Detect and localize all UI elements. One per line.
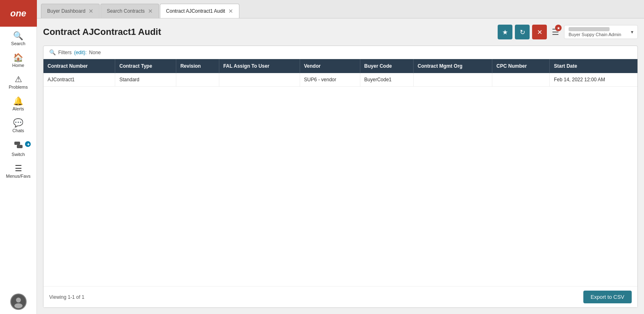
header-right: ★ ↻ ✕ ☰ ★ xyxy=(498,25,638,39)
bell-icon: 🔔 xyxy=(13,97,23,105)
refresh-icon: ↻ xyxy=(520,28,525,36)
notification-area: ☰ ★ xyxy=(552,27,559,37)
sidebar-item-home[interactable]: 🏠 Home xyxy=(0,48,36,70)
user-avatar xyxy=(10,293,27,310)
table-footer: Viewing 1-1 of 1 Export to CSV xyxy=(43,286,637,307)
filters-bar: 🔍 Filters (edit): None xyxy=(43,46,637,59)
filter-icon: 🔍 xyxy=(49,49,56,55)
cell-revision xyxy=(176,73,219,87)
table-body: AJContract1StandardSUP6 - vendorBuyerCod… xyxy=(43,73,637,87)
page-header: Contract AJContract1 Audit ★ ↻ ✕ ☰ xyxy=(43,25,638,39)
star-icon: ★ xyxy=(502,28,508,36)
cell-buyer_code: BuyerCode1 xyxy=(360,73,413,87)
close-icon: ✕ xyxy=(537,28,542,36)
col-buyer-code: Buyer Code xyxy=(360,59,413,73)
sidebar-label-switch: Switch xyxy=(11,152,25,157)
user-info: Buyer Suppy Chain Admin xyxy=(569,27,621,37)
cell-contract_mgmt_org xyxy=(413,73,492,87)
cell-start_date: Feb 14, 2022 12:00 AM xyxy=(550,73,637,87)
col-vendor: Vendor xyxy=(300,59,360,73)
col-revision: Revision xyxy=(176,59,219,73)
refresh-button[interactable]: ↻ xyxy=(515,25,530,39)
sidebar-label-search: Search xyxy=(11,41,25,46)
tab-contract-audit[interactable]: Contract AJContract1 Audit ✕ xyxy=(160,4,239,18)
sidebar-item-chats[interactable]: 💬 Chats xyxy=(0,114,36,135)
export-csv-button[interactable]: Export to CSV xyxy=(583,291,632,303)
switch-icon xyxy=(14,140,23,151)
tab-close-contract-audit[interactable]: ✕ xyxy=(228,8,233,14)
col-contract-type: Contract Type xyxy=(115,59,176,73)
col-cpc-number: CPC Number xyxy=(492,59,550,73)
contracts-table: Contract Number Contract Type Revision F… xyxy=(43,59,637,87)
search-icon: 🔍 xyxy=(13,32,23,40)
sidebar-label-chats: Chats xyxy=(12,128,24,133)
svg-point-4 xyxy=(14,303,23,308)
user-name-blurred xyxy=(569,27,610,31)
notification-icon-wrapper[interactable]: ☰ ★ xyxy=(552,27,559,37)
sidebar-item-search[interactable]: 🔍 Search xyxy=(0,27,36,48)
main-area: Buyer Dashboard ✕ Search Contracts ✕ Con… xyxy=(37,0,644,314)
cell-contract_number: AJContract1 xyxy=(43,73,115,87)
table-container: Contract Number Contract Type Revision F… xyxy=(43,59,637,286)
col-fal-assign: FAL Assign To User xyxy=(219,59,300,73)
tab-close-buyer-dashboard[interactable]: ✕ xyxy=(89,8,93,14)
tab-label-contract-audit: Contract AJContract1 Audit xyxy=(166,8,225,14)
tab-close-search-contracts[interactable]: ✕ xyxy=(148,8,153,14)
user-dropdown[interactable]: Buyer Suppy Chain Admin ▾ xyxy=(564,25,638,39)
sidebar-item-problems[interactable]: ⚠ Problems xyxy=(0,70,36,92)
tab-bar: Buyer Dashboard ✕ Search Contracts ✕ Con… xyxy=(37,0,644,18)
sidebar-item-menus[interactable]: ☰ Menus/Favs xyxy=(0,159,36,181)
filters-edit-link[interactable]: (edit): xyxy=(74,50,87,55)
sidebar-label-menus: Menus/Favs xyxy=(6,174,31,179)
tab-label-buyer-dashboard: Buyer Dashboard xyxy=(47,8,85,14)
warning-icon: ⚠ xyxy=(15,75,22,83)
results-panel: 🔍 Filters (edit): None Contract Number C… xyxy=(43,46,638,308)
page-title: Contract AJContract1 Audit xyxy=(43,27,161,37)
svg-rect-1 xyxy=(17,145,23,148)
logo-text: one xyxy=(10,8,26,19)
viewing-count: Viewing 1-1 of 1 xyxy=(49,294,84,300)
sidebar-item-alerts[interactable]: 🔔 Alerts xyxy=(0,92,36,114)
sidebar-label-home: Home xyxy=(12,63,24,68)
svg-point-3 xyxy=(16,298,21,303)
sidebar-label-alerts: Alerts xyxy=(12,106,24,111)
sidebar-label-problems: Problems xyxy=(9,85,27,89)
filters-value: None xyxy=(89,50,101,55)
cell-fal_assign xyxy=(219,73,300,87)
table-header: Contract Number Contract Type Revision F… xyxy=(43,59,637,73)
dropdown-arrow-icon: ▾ xyxy=(631,29,633,35)
cell-contract_type: Standard xyxy=(115,73,176,87)
tab-search-contracts[interactable]: Search Contracts ✕ xyxy=(100,4,159,18)
sidebar-item-switch[interactable]: Switch xyxy=(0,135,36,159)
tab-label-search-contracts: Search Contracts xyxy=(107,8,145,14)
menu-icon: ☰ xyxy=(15,164,22,172)
cell-vendor: SUP6 - vendor xyxy=(300,73,360,87)
content-area: Contract AJContract1 Audit ★ ↻ ✕ ☰ xyxy=(37,18,644,314)
close-button[interactable]: ✕ xyxy=(532,25,547,39)
sidebar-avatar[interactable] xyxy=(0,289,36,314)
header-actions: ★ ↻ ✕ xyxy=(498,25,547,39)
col-start-date: Start Date xyxy=(550,59,637,73)
filters-label: Filters xyxy=(58,50,72,55)
app-logo[interactable]: one xyxy=(0,0,37,27)
sidebar: one 🔍 Search 🏠 Home ⚠ Problems 🔔 Alerts … xyxy=(0,0,37,314)
col-contract-mgmt-org: Contract Mgmt Org xyxy=(413,59,492,73)
tab-buyer-dashboard[interactable]: Buyer Dashboard ✕ xyxy=(41,4,100,18)
col-contract-number: Contract Number xyxy=(43,59,115,73)
chat-icon: 💬 xyxy=(13,119,23,127)
notification-badge: ★ xyxy=(555,25,562,31)
svg-rect-0 xyxy=(14,142,20,145)
notification-star: ★ xyxy=(557,26,560,30)
table-row[interactable]: AJContract1StandardSUP6 - vendorBuyerCod… xyxy=(43,73,637,87)
home-icon: 🏠 xyxy=(13,53,23,62)
user-role: Buyer Suppy Chain Admin xyxy=(569,32,621,37)
switch-badge xyxy=(25,141,31,147)
favorite-button[interactable]: ★ xyxy=(498,25,512,39)
cell-cpc_number xyxy=(492,73,550,87)
